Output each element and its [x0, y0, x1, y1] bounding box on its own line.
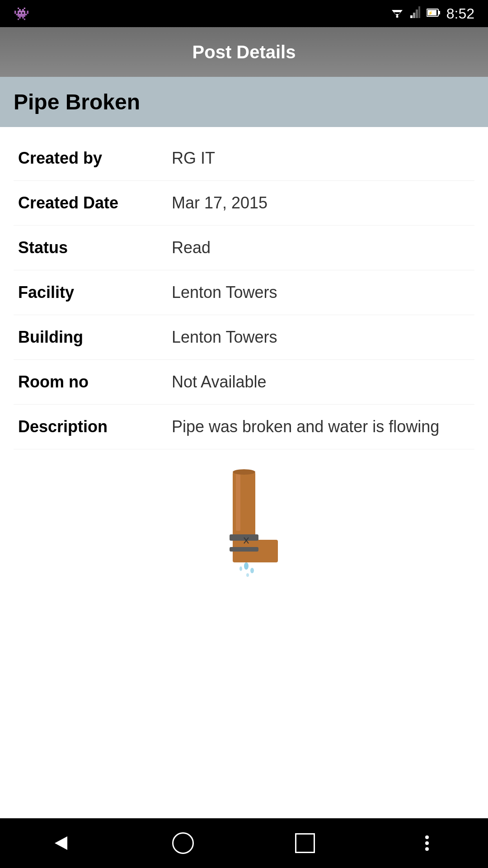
recent-button[interactable]	[282, 830, 328, 857]
detail-value-3: Lenton Towers	[172, 283, 470, 302]
svg-point-24	[233, 469, 255, 475]
svg-rect-17	[236, 472, 240, 531]
detail-label-1: Created Date	[18, 193, 172, 212]
detail-value-6: Pipe was broken and water is flowing	[172, 417, 470, 436]
status-bar: 👾 ⚡ 8:52	[0, 0, 488, 27]
status-time: 8:52	[446, 5, 474, 22]
svg-point-18	[244, 562, 249, 570]
detail-row: Created DateMar 17, 2015	[14, 181, 474, 226]
detail-value-1: Mar 17, 2015	[172, 193, 470, 212]
wifi-icon	[390, 7, 404, 21]
detail-label-6: Description	[18, 417, 172, 436]
home-circle-icon	[172, 832, 194, 854]
back-button[interactable]	[38, 830, 84, 857]
svg-rect-6	[416, 9, 418, 18]
status-bar-right: ⚡ 8:52	[390, 5, 474, 22]
detail-row: BuildingLenton Towers	[14, 315, 474, 360]
detail-label-5: Room no	[18, 373, 172, 392]
image-area	[14, 449, 474, 603]
detail-label-3: Facility	[18, 283, 172, 302]
svg-rect-4	[410, 15, 413, 18]
svg-rect-16	[230, 547, 258, 552]
detail-label-4: Building	[18, 328, 172, 347]
svg-point-3	[396, 15, 398, 18]
detail-value-0: RG IT	[172, 149, 470, 168]
home-button[interactable]	[160, 830, 206, 857]
dot-1	[425, 835, 429, 839]
svg-point-20	[239, 566, 242, 571]
content-area: Created byRG ITCreated DateMar 17, 2015S…	[0, 127, 488, 818]
svg-point-21	[246, 573, 249, 577]
broken-pipe-image	[181, 467, 307, 594]
detail-rows: Created byRG ITCreated DateMar 17, 2015S…	[14, 136, 474, 449]
detail-row: Created byRG IT	[14, 136, 474, 181]
svg-point-19	[250, 568, 254, 573]
recent-square-icon	[295, 833, 315, 853]
detail-row: FacilityLenton Towers	[14, 270, 474, 315]
dot-3	[425, 847, 429, 851]
detail-row: DescriptionPipe was broken and water is …	[14, 405, 474, 449]
battery-icon: ⚡	[427, 7, 440, 21]
detail-label-2: Status	[18, 238, 172, 257]
app-notification-icon: 👾	[14, 6, 29, 21]
svg-rect-7	[418, 6, 420, 18]
svg-rect-9	[438, 11, 440, 14]
detail-value-2: Read	[172, 238, 470, 257]
dot-2	[425, 841, 429, 845]
header-title: Post Details	[192, 42, 296, 62]
svg-marker-25	[55, 836, 67, 850]
detail-value-5: Not Available	[172, 373, 470, 392]
app-header: Post Details	[0, 27, 488, 77]
detail-row: StatusRead	[14, 226, 474, 270]
svg-rect-5	[413, 13, 415, 18]
detail-row: Room noNot Available	[14, 360, 474, 405]
post-title-banner: Pipe Broken	[0, 77, 488, 127]
status-bar-left: 👾	[14, 6, 29, 21]
detail-label-0: Created by	[18, 149, 172, 168]
signal-icon	[410, 6, 420, 21]
svg-text:⚡: ⚡	[428, 10, 433, 16]
detail-value-4: Lenton Towers	[172, 328, 470, 347]
bottom-nav	[0, 818, 488, 868]
post-title: Pipe Broken	[14, 90, 140, 114]
more-button[interactable]	[404, 830, 450, 857]
